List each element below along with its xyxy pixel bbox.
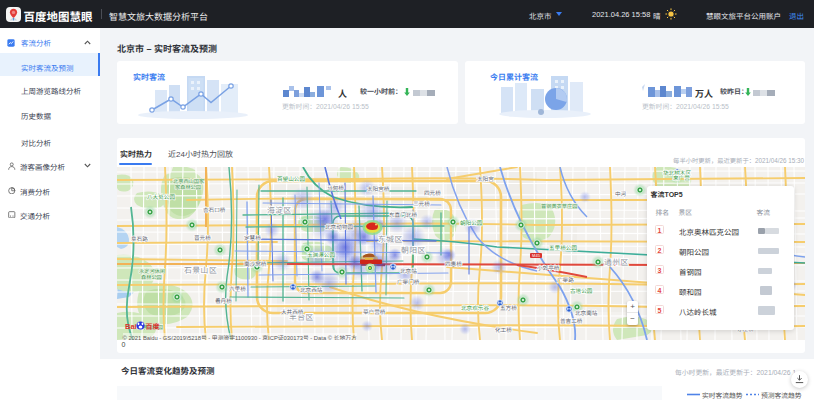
svg-text:晋元桥: 晋元桥 bbox=[194, 235, 211, 241]
svg-text:百望山公园: 百望山公园 bbox=[277, 176, 305, 182]
svg-text:中河: 中河 bbox=[615, 191, 627, 197]
svg-text:太阳宫: 太阳宫 bbox=[477, 176, 494, 182]
svg-text:五里桥公园: 五里桥公园 bbox=[549, 245, 577, 251]
svg-text:M45: M45 bbox=[532, 253, 541, 258]
svg-text:Bai: Bai bbox=[125, 322, 137, 331]
svg-text:百度: 百度 bbox=[145, 323, 159, 330]
svg-text:小郊亭桥: 小郊亭桥 bbox=[537, 265, 560, 271]
svg-text:四元桥: 四元桥 bbox=[424, 190, 441, 196]
svg-text:三元桥: 三元桥 bbox=[413, 201, 430, 207]
svg-text:首钢黄衣草庄园: 首钢黄衣草庄园 bbox=[541, 203, 577, 209]
svg-text:太阳宫桥: 太阳宫桥 bbox=[367, 186, 390, 192]
svg-text:北京站: 北京站 bbox=[400, 268, 417, 274]
svg-text:森林公园: 森林公园 bbox=[141, 274, 162, 280]
svg-text:化工桥: 化工桥 bbox=[495, 327, 512, 333]
svg-text:四惠桥: 四惠桥 bbox=[445, 261, 462, 267]
svg-text:南沙窝桥: 南沙窝桥 bbox=[244, 261, 267, 267]
svg-text:海淀区: 海淀区 bbox=[267, 206, 292, 215]
svg-text:北京南站: 北京南站 bbox=[575, 310, 598, 316]
svg-text:来广营: 来广营 bbox=[673, 175, 690, 181]
svg-text:东城区: 东城区 bbox=[378, 235, 403, 244]
svg-text:马甸桥: 马甸桥 bbox=[327, 185, 344, 191]
svg-text:五方桥: 五方桥 bbox=[500, 305, 517, 311]
svg-text:通州区: 通州区 bbox=[604, 258, 629, 267]
svg-text:玉渊潭公园: 玉渊潭公园 bbox=[307, 252, 335, 258]
svg-text:广渠路: 广渠路 bbox=[557, 277, 574, 283]
svg-text:菜户营桥: 菜户营桥 bbox=[363, 309, 386, 315]
svg-text:普吉二桥: 普吉二桥 bbox=[560, 318, 583, 324]
svg-text:定慧桥: 定慧桥 bbox=[244, 235, 261, 241]
svg-text:八大处公园: 八大处公园 bbox=[147, 194, 175, 200]
svg-text:古塔公园: 古塔公园 bbox=[570, 288, 593, 294]
svg-text:杏石口桥: 杏石口桥 bbox=[203, 207, 226, 213]
svg-text:北京欢乐谷: 北京欢乐谷 bbox=[461, 305, 489, 311]
svg-text:朝阳区: 朝阳区 bbox=[401, 246, 426, 255]
svg-text:朝阳公园: 朝阳公园 bbox=[460, 220, 483, 226]
svg-text:家森林公园: 家森林公园 bbox=[175, 184, 201, 190]
svg-text:大井西桥: 大井西桥 bbox=[281, 309, 304, 315]
svg-text:看丹桥: 看丹桥 bbox=[215, 298, 232, 304]
svg-text:东直门北桥: 东直门北桥 bbox=[389, 212, 417, 218]
svg-text:北京动物园: 北京动物园 bbox=[325, 224, 353, 230]
svg-text:广渠门桥: 广渠门桥 bbox=[397, 279, 420, 285]
svg-text:阜石路: 阜石路 bbox=[131, 236, 148, 242]
svg-text:石景山区: 石景山区 bbox=[184, 266, 217, 275]
svg-text:六里桥: 六里桥 bbox=[229, 286, 246, 292]
svg-text:北京西站: 北京西站 bbox=[300, 287, 323, 293]
